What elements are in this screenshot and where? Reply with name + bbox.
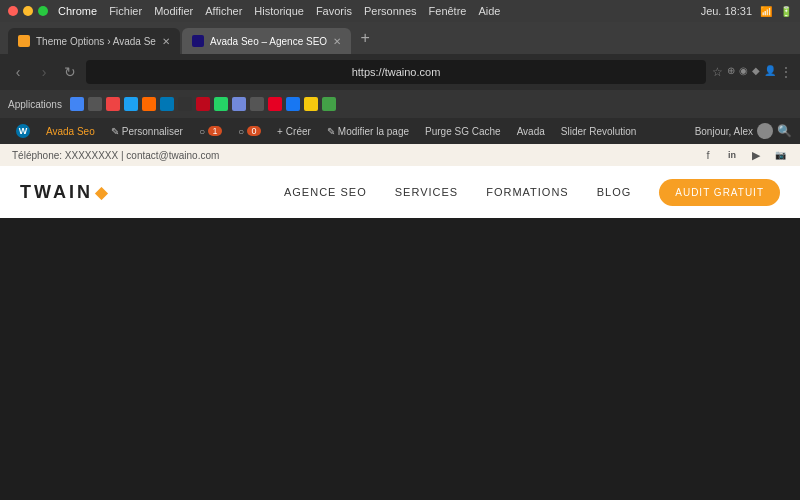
wp-slider-revolution[interactable]: Slider Revolution bbox=[553, 118, 645, 144]
reload-button[interactable]: ↻ bbox=[60, 62, 80, 82]
bookmark-icon-14[interactable] bbox=[304, 97, 318, 111]
tab-close-1[interactable]: ✕ bbox=[162, 36, 170, 47]
menu-aide[interactable]: Aide bbox=[478, 5, 500, 17]
wp-user-greeting: Bonjour, Alex bbox=[695, 126, 753, 137]
wp-avada-seo[interactable]: Avada Seo bbox=[38, 118, 103, 144]
bookmark-icon-9[interactable] bbox=[214, 97, 228, 111]
slider-revolution-label: Slider Revolution bbox=[561, 126, 637, 137]
menu-modifier[interactable]: Modifier bbox=[154, 5, 193, 17]
menu-fichier[interactable]: Fichier bbox=[109, 5, 142, 17]
tab-favicon-2 bbox=[192, 35, 204, 47]
linkedin-icon[interactable]: in bbox=[724, 147, 740, 163]
topbar-contact: Téléphone: XXXXXXXX | contact@twaino.com bbox=[12, 150, 219, 161]
clock: Jeu. 18:31 bbox=[701, 5, 752, 17]
logo-text: TWAIN bbox=[20, 182, 93, 203]
tab-avada-seo[interactable]: Avada Seo – Agence SEO ✕ bbox=[182, 28, 351, 54]
bookmark-icon-12[interactable] bbox=[268, 97, 282, 111]
tab-label-2: Avada Seo – Agence SEO bbox=[210, 36, 327, 47]
nav-agence-seo[interactable]: AGENCE SEO bbox=[284, 186, 367, 198]
bookmarks-bar: Applications bbox=[0, 90, 800, 118]
comments-icon: ○ bbox=[199, 126, 205, 137]
bookmark-icon-2[interactable] bbox=[88, 97, 102, 111]
topbar-social: f in ▶ 📷 bbox=[700, 147, 788, 163]
personnaliser-icon: ✎ bbox=[111, 126, 119, 137]
forward-button[interactable]: › bbox=[34, 62, 54, 82]
new-tab-button[interactable]: + bbox=[353, 26, 377, 50]
menu-historique[interactable]: Historique bbox=[254, 5, 304, 17]
menu-chrome[interactable]: Chrome bbox=[58, 5, 97, 17]
wordpress-icon: W bbox=[16, 124, 30, 138]
fullscreen-button[interactable] bbox=[38, 6, 48, 16]
wp-personnaliser[interactable]: ✎ Personnaliser bbox=[103, 118, 191, 144]
tab-favicon-1 bbox=[18, 35, 30, 47]
site-nav: TWAIN ◆ AGENCE SEO SERVICES FORMATIONS B… bbox=[0, 166, 800, 218]
bookmark-icon-15[interactable] bbox=[322, 97, 336, 111]
menu-favoris[interactable]: Favoris bbox=[316, 5, 352, 17]
wp-updates[interactable]: ○ 0 bbox=[230, 118, 269, 144]
bookmark-icon-11[interactable] bbox=[250, 97, 264, 111]
tab-label-1: Theme Options › Avada Se... bbox=[36, 36, 156, 47]
nav-audit-gratuit[interactable]: AUDIT GRATUIT bbox=[659, 179, 780, 206]
bookmark-icon-13[interactable] bbox=[286, 97, 300, 111]
site-logo[interactable]: TWAIN ◆ bbox=[20, 182, 110, 203]
bookmark-icon-5[interactable] bbox=[142, 97, 156, 111]
wp-comments[interactable]: ○ 1 bbox=[191, 118, 230, 144]
bookmark-star-icon[interactable]: ☆ bbox=[712, 65, 723, 79]
bookmark-applications[interactable]: Applications bbox=[8, 99, 62, 110]
creer-plus-icon: + bbox=[277, 126, 283, 137]
wp-modifier-page[interactable]: ✎ Modifier la page bbox=[319, 118, 417, 144]
wp-avada[interactable]: Avada bbox=[509, 118, 553, 144]
topbar-phone-email: Téléphone: XXXXXXXX | contact@twaino.com bbox=[12, 150, 219, 161]
extension-icon-3[interactable]: ◆ bbox=[752, 65, 760, 79]
logo-diamond-icon: ◆ bbox=[95, 183, 110, 202]
traffic-lights bbox=[8, 6, 48, 16]
tab-close-2[interactable]: ✕ bbox=[333, 36, 341, 47]
browser-actions: ☆ ⊕ ◉ ◆ 👤 ⋮ bbox=[712, 65, 792, 79]
user-avatar[interactable] bbox=[757, 123, 773, 139]
menu-personnes[interactable]: Personnes bbox=[364, 5, 417, 17]
profile-icon[interactable]: 👤 bbox=[764, 65, 776, 79]
nav-formations[interactable]: FORMATIONS bbox=[486, 186, 569, 198]
back-button[interactable]: ‹ bbox=[8, 62, 28, 82]
address-bar: ‹ › ↻ ☆ ⊕ ◉ ◆ 👤 ⋮ bbox=[0, 54, 800, 90]
menu-afficher[interactable]: Afficher bbox=[205, 5, 242, 17]
bookmark-icon-3[interactable] bbox=[106, 97, 120, 111]
youtube-icon[interactable]: ▶ bbox=[748, 147, 764, 163]
bookmark-icon-g[interactable] bbox=[70, 97, 84, 111]
titlebar: Chrome Fichier Modifier Afficher Histori… bbox=[0, 0, 800, 22]
bookmark-icon-7[interactable] bbox=[178, 97, 192, 111]
wp-admin-bar: W Avada Seo ✎ Personnaliser ○ 1 ○ 0 + Cr… bbox=[0, 118, 800, 144]
titlebar-left: Chrome Fichier Modifier Afficher Histori… bbox=[8, 5, 695, 17]
close-button[interactable] bbox=[8, 6, 18, 16]
avada-seo-label: Avada Seo bbox=[46, 126, 95, 137]
site-menu: AGENCE SEO SERVICES FORMATIONS BLOG AUDI… bbox=[284, 179, 780, 206]
extension-icon-2[interactable]: ◉ bbox=[739, 65, 748, 79]
personnaliser-label: Personnaliser bbox=[122, 126, 183, 137]
nav-services[interactable]: SERVICES bbox=[395, 186, 458, 198]
wp-search-icon[interactable]: 🔍 bbox=[777, 124, 792, 138]
nav-blog[interactable]: BLOG bbox=[597, 186, 632, 198]
comments-badge: 1 bbox=[208, 126, 222, 136]
instagram-icon[interactable]: 📷 bbox=[772, 147, 788, 163]
purge-label: Purge SG Cache bbox=[425, 126, 501, 137]
menu-dots-icon[interactable]: ⋮ bbox=[780, 65, 792, 79]
url-bar[interactable] bbox=[86, 60, 706, 84]
bookmark-icon-4[interactable] bbox=[124, 97, 138, 111]
bookmark-icon-8[interactable] bbox=[196, 97, 210, 111]
minimize-button[interactable] bbox=[23, 6, 33, 16]
bookmark-icon-10[interactable] bbox=[232, 97, 246, 111]
website-content: Téléphone: XXXXXXXX | contact@twaino.com… bbox=[0, 144, 800, 218]
updates-badge: 0 bbox=[247, 126, 261, 136]
bookmark-icon-6[interactable] bbox=[160, 97, 174, 111]
avada-label: Avada bbox=[517, 126, 545, 137]
battery-icon: 🔋 bbox=[780, 6, 792, 17]
wp-purge-cache[interactable]: Purge SG Cache bbox=[417, 118, 509, 144]
menu-bar: Chrome Fichier Modifier Afficher Histori… bbox=[58, 5, 501, 17]
extension-icon-1[interactable]: ⊕ bbox=[727, 65, 735, 79]
wp-logo-item[interactable]: W bbox=[8, 118, 38, 144]
wp-creer[interactable]: + Créer bbox=[269, 118, 319, 144]
tab-theme-options[interactable]: Theme Options › Avada Se... ✕ bbox=[8, 28, 180, 54]
site-topbar: Téléphone: XXXXXXXX | contact@twaino.com… bbox=[0, 144, 800, 166]
menu-fenetre[interactable]: Fenêtre bbox=[429, 5, 467, 17]
facebook-icon[interactable]: f bbox=[700, 147, 716, 163]
